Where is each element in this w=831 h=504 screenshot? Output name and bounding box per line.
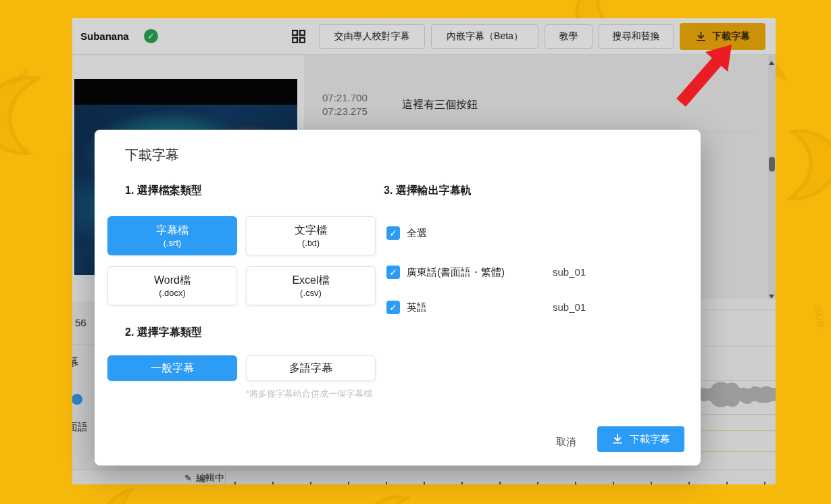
dialog-title: 下載字幕 [125, 146, 179, 164]
select-all-checkbox[interactable]: ✓ [386, 226, 400, 240]
step3-label: 3. 選擇輸出字幕軌 [384, 184, 472, 198]
cancel-button[interactable]: 取消 [546, 432, 586, 452]
file-type-txt-button[interactable]: 文字檔 (.txt) [246, 216, 376, 255]
track-code: sub_01 [553, 266, 586, 278]
english-track-checkbox[interactable]: ✓ [386, 301, 400, 314]
file-type-docx-button[interactable]: Word檔 (.docx) [107, 266, 237, 305]
annotation-arrow [672, 37, 747, 111]
step2-label: 2. 選擇字幕類型 [125, 326, 202, 340]
track-code: sub_01 [553, 301, 586, 313]
download-subtitles-confirm-button[interactable]: 下載字幕 [597, 426, 684, 452]
screenshot-stage: { "colors": { "bg_yellow": "#F5B80B", "b… [0, 0, 831, 504]
merge-note: *將多條字幕軌合併成一個字幕檔 [246, 388, 372, 400]
subtitle-type-multilang-button[interactable]: 多語字幕 [246, 355, 376, 381]
file-type-srt-button[interactable]: 字幕檔 (.srt) [107, 216, 237, 255]
banana-sub-text: SUB [812, 306, 827, 329]
step1-label: 1. 選擇檔案類型 [125, 184, 202, 198]
cantonese-track-checkbox[interactable]: ✓ [386, 266, 400, 279]
download-icon [611, 433, 624, 445]
file-type-csv-button[interactable]: Excel檔 (.csv) [246, 266, 376, 305]
download-subtitles-dialog: 下載字幕 1. 選擇檔案類型 字幕檔 (.srt) 文字檔 (.txt) Wor… [95, 130, 701, 465]
subtitle-type-normal-button[interactable]: 一般字幕 [107, 355, 237, 381]
